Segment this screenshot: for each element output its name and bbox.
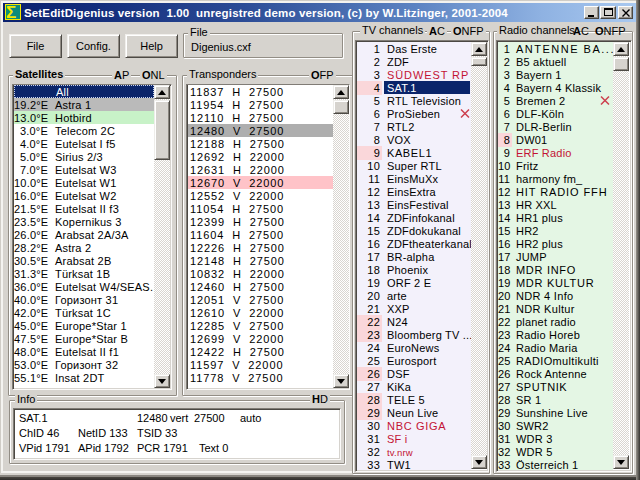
svg-text:Σ: Σ bbox=[6, 4, 16, 20]
